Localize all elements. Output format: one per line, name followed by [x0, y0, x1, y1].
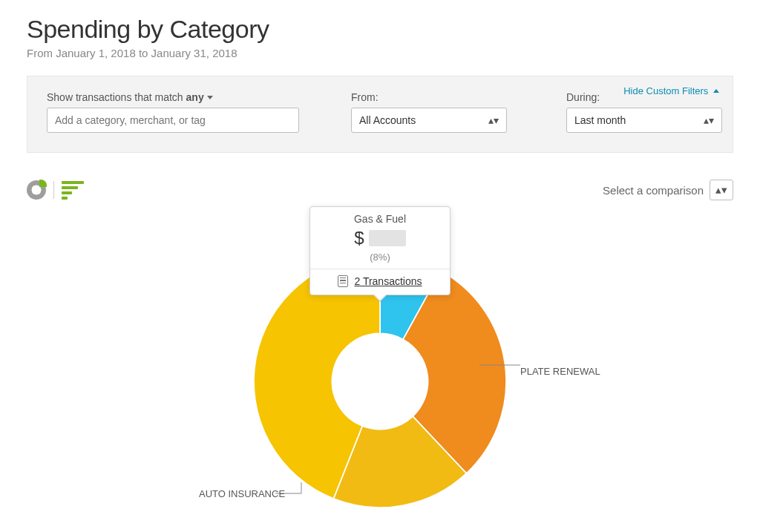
during-filter-column: During: Last month ▴▾	[566, 91, 730, 133]
caret-down-icon	[207, 96, 213, 99]
search-input[interactable]	[47, 108, 299, 133]
during-select[interactable]: Last month ▴▾	[566, 108, 722, 133]
match-mode-value: any	[186, 91, 204, 103]
chart-tooltip: Gas & Fuel $ (8%) 2 Transactions	[309, 206, 451, 295]
divider	[53, 181, 54, 199]
date-range-subtitle: From January 1, 2018 to January 31, 2018	[27, 47, 733, 59]
from-account-select[interactable]: All Accounts ▴▾	[351, 108, 507, 133]
filter-panel: Hide Custom Filters Show transactions th…	[27, 76, 733, 153]
tooltip-amount-redacted	[369, 230, 406, 246]
from-label: From:	[351, 91, 514, 103]
comparison-picker[interactable]: Select a comparison ▴▾	[603, 180, 733, 200]
from-filter-column: From: All Accounts ▴▾	[351, 91, 514, 133]
updown-icon: ▴▾	[488, 114, 499, 126]
caret-up-icon	[713, 89, 719, 93]
hide-custom-filters-label: Hide Custom Filters	[623, 85, 708, 96]
hide-custom-filters-link[interactable]: Hide Custom Filters	[623, 85, 719, 96]
tooltip-amount-prefix: $	[354, 228, 364, 249]
match-filter-column: Show transactions that match any	[47, 91, 299, 133]
bar-view-icon[interactable]	[62, 181, 84, 200]
view-toggle	[27, 180, 84, 200]
slice-label-auto-insurance: AUTO INSURANCE	[199, 488, 285, 499]
donut-view-icon[interactable]	[27, 180, 46, 200]
tooltip-category: Gas & Fuel	[318, 213, 442, 225]
tooltip-percent: (8%)	[318, 252, 442, 263]
updown-icon: ▴▾	[710, 180, 733, 200]
tooltip-transactions-link[interactable]: 2 Transactions	[354, 275, 422, 287]
from-account-value: All Accounts	[359, 114, 416, 126]
match-mode-dropdown[interactable]: any	[186, 91, 213, 103]
during-value: Last month	[574, 114, 626, 126]
comparison-label: Select a comparison	[603, 184, 704, 197]
slice-label-plate-renewal: PLATE RENEWAL	[520, 366, 600, 377]
list-icon	[338, 275, 348, 287]
match-prefix-label: Show transactions that match	[47, 91, 183, 103]
chart-area: Gas & Fuel $ (8%) 2 Transactions PLATE R…	[27, 208, 733, 527]
updown-icon: ▴▾	[704, 114, 714, 126]
page-title: Spending by Category	[27, 15, 733, 44]
